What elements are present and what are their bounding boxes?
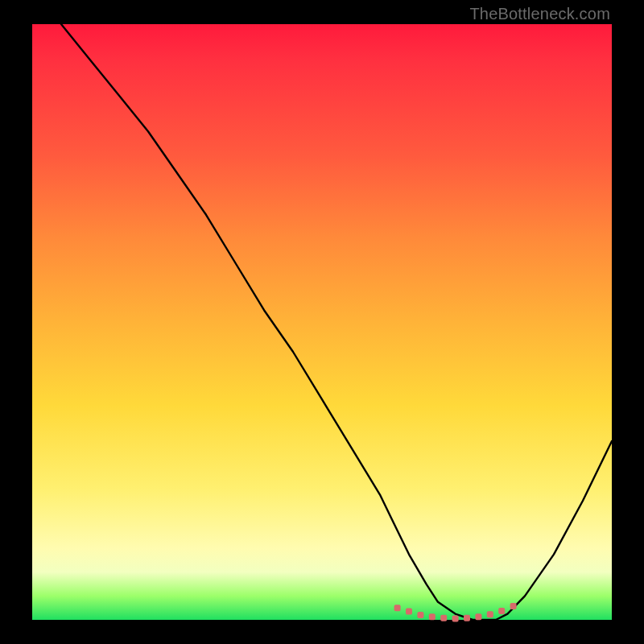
chart-svg — [32, 24, 612, 620]
valley-marker — [429, 613, 436, 620]
valley-marker — [452, 616, 459, 622]
bottleneck-curve-path — [61, 24, 612, 620]
valley-marker — [394, 605, 401, 611]
valley-marker — [498, 608, 505, 614]
plot-area — [32, 24, 612, 620]
chart-frame: TheBottleneck.com — [0, 0, 644, 644]
valley-marker — [406, 609, 412, 615]
valley-marker — [464, 615, 470, 621]
valley-marker — [475, 613, 481, 620]
valley-marker — [510, 603, 517, 609]
valley-marker — [417, 612, 423, 618]
valley-marker — [487, 611, 493, 617]
valley-marker — [440, 615, 447, 621]
watermark-text: TheBottleneck.com — [469, 5, 610, 23]
